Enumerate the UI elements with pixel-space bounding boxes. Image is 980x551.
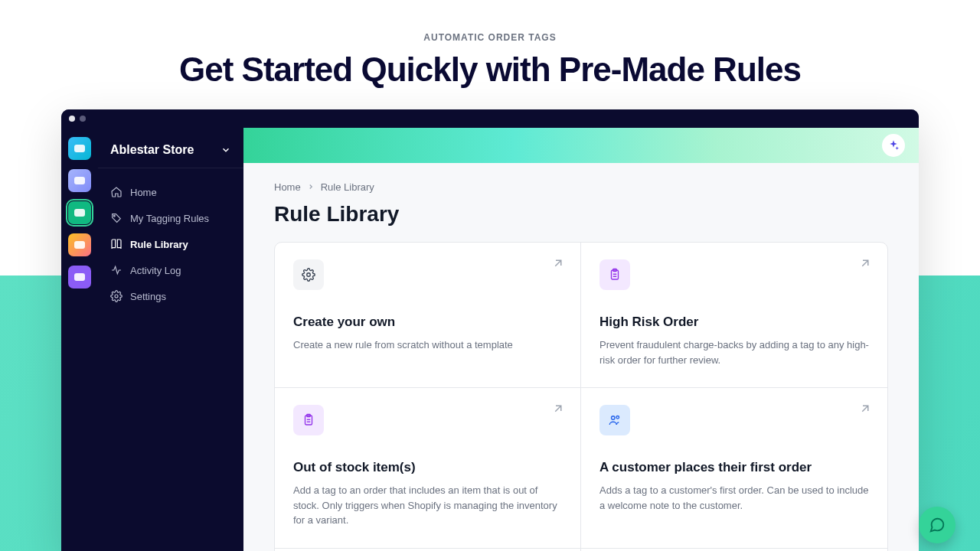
svg-point-3 <box>307 273 311 277</box>
arrow-up-right-icon <box>858 256 872 273</box>
users-icon <box>599 405 630 435</box>
arrow-up-right-icon <box>551 402 565 419</box>
hero-title: Get Started Quickly with Pre-Made Rules <box>0 51 980 89</box>
app-window: Ablestar Store Home My Tagging Rules Rul… <box>61 109 919 551</box>
content-area: Home Rule Library Rule Library Create yo… <box>243 128 919 551</box>
card-title: A customer places their first order <box>599 460 869 475</box>
gear-icon <box>293 259 324 290</box>
rule-card-first-order[interactable]: A customer places their first order Adds… <box>581 388 887 549</box>
rail-app-5[interactable] <box>68 266 91 289</box>
sparkle-button[interactable] <box>882 134 905 157</box>
store-switcher[interactable]: Ablestar Store <box>98 139 243 168</box>
sidebar-item-label: Activity Log <box>130 265 181 276</box>
sidebar-item-label: Rule Library <box>130 239 188 250</box>
svg-point-1 <box>115 295 118 298</box>
chevron-right-icon <box>307 181 315 193</box>
rule-card-more[interactable] <box>581 549 887 551</box>
clipboard-icon <box>599 259 630 290</box>
window-titlebar <box>61 109 919 128</box>
card-title: High Risk Order <box>599 315 869 330</box>
card-description: Adds a tag to a customer's first order. … <box>599 483 869 513</box>
sidebar-item-settings[interactable]: Settings <box>98 283 243 309</box>
rail-app-1[interactable] <box>68 137 91 160</box>
chevron-down-icon <box>220 145 231 155</box>
sidebar-item-label: My Tagging Rules <box>130 213 209 224</box>
card-description: Add a tag to an order that includes an i… <box>293 483 562 528</box>
svg-line-14 <box>862 406 868 412</box>
clipboard-icon <box>293 405 324 435</box>
breadcrumb-home[interactable]: Home <box>274 181 301 193</box>
svg-point-0 <box>113 215 115 217</box>
sidebar-item-label: Settings <box>130 291 166 302</box>
svg-line-9 <box>555 406 561 412</box>
page-title: Rule Library <box>274 202 888 227</box>
rule-card-create[interactable]: Create your own Create a new rule from s… <box>275 243 581 388</box>
sidebar-nav: Home My Tagging Rules Rule Library Activ… <box>98 179 243 309</box>
breadcrumb-current: Rule Library <box>321 181 374 193</box>
sidebar-item-home[interactable]: Home <box>98 179 243 205</box>
chat-icon <box>929 517 946 533</box>
breadcrumb: Home Rule Library <box>274 181 888 193</box>
store-name: Ablestar Store <box>110 143 194 157</box>
sidebar: Ablestar Store Home My Tagging Rules Rul… <box>98 128 243 551</box>
rail-app-4[interactable] <box>68 233 91 256</box>
sidebar-item-tagging[interactable]: My Tagging Rules <box>98 205 243 231</box>
home-icon <box>110 186 122 198</box>
sidebar-item-library[interactable]: Rule Library <box>98 231 243 257</box>
rail-app-2[interactable] <box>68 169 91 192</box>
card-title: Create your own <box>293 315 562 330</box>
help-fab[interactable] <box>919 507 956 543</box>
rule-card-more[interactable] <box>275 549 581 551</box>
window-dot-icon <box>80 116 86 122</box>
rule-card-grid: Create your own Create a new rule from s… <box>274 242 888 551</box>
svg-line-2 <box>555 260 561 266</box>
app-rail <box>61 128 98 551</box>
card-description: Prevent fraudulent charge-backs by addin… <box>599 337 869 367</box>
arrow-up-right-icon <box>551 256 565 273</box>
activity-icon <box>110 264 122 276</box>
book-icon <box>110 238 122 250</box>
card-description: Create a new rule from scratch without a… <box>293 337 562 353</box>
window-dot-icon <box>69 116 75 122</box>
rail-app-3[interactable] <box>68 201 91 224</box>
sidebar-item-label: Home <box>130 187 157 198</box>
sparkle-icon <box>887 139 900 152</box>
card-title: Out of stock item(s) <box>293 460 562 475</box>
sidebar-item-activity[interactable]: Activity Log <box>98 257 243 283</box>
gear-icon <box>110 290 122 302</box>
tag-icon <box>110 212 122 224</box>
arrow-up-right-icon <box>858 402 872 419</box>
page: Home Rule Library Rule Library Create yo… <box>243 163 919 551</box>
rule-card-out-of-stock[interactable]: Out of stock item(s) Add a tag to an ord… <box>275 388 581 549</box>
svg-line-4 <box>862 260 868 266</box>
topbar <box>243 128 919 163</box>
hero-overline: AUTOMATIC ORDER TAGS <box>0 32 980 43</box>
svg-point-15 <box>612 416 616 420</box>
rule-card-high-risk[interactable]: High Risk Order Prevent fraudulent charg… <box>581 243 887 388</box>
svg-point-16 <box>616 416 619 419</box>
